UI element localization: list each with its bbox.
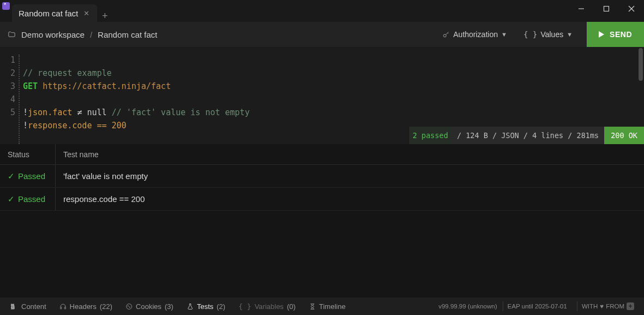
tab-tests[interactable]: Tests (2) [181, 300, 231, 313]
svg-point-4 [443, 34, 446, 37]
svg-rect-7 [60, 307, 61, 308]
response-status-line: 2 passed / 124 B / JSON / 4 lines / 281m… [409, 127, 644, 144]
close-icon[interactable]: ✕ [84, 9, 90, 17]
tests-passed-count: 2 passed [409, 127, 451, 144]
breadcrumb-sep: / [90, 30, 92, 39]
eap-label: EAP until 2025-07-01 [503, 301, 571, 311]
editor[interactable]: 1 2 3 4 5 // request example GET https:/… [0, 47, 644, 144]
svg-rect-1 [604, 7, 609, 11]
minimize-button[interactable] [569, 0, 594, 17]
hourglass-icon [309, 303, 316, 310]
tab-title: Random cat fact [19, 9, 78, 18]
tab-timeline[interactable]: Timeline [303, 300, 351, 313]
breadcrumb: Demo workspace / Random cat fact [8, 30, 431, 39]
check-icon: ✓ [8, 194, 15, 204]
heart-icon: ♥ [600, 303, 604, 310]
braces-icon: { } [523, 30, 537, 39]
bottom-bar: 0110 Content Headers (22) Cookies (3) Te… [0, 298, 644, 315]
binary-icon: 0110 [11, 303, 18, 310]
authorization-dropdown[interactable]: Authorization ▼ [437, 28, 513, 41]
code[interactable]: // request example GET https://catfact.n… [20, 47, 255, 152]
table-row[interactable]: ✓Passed 'fact' value is not empty [0, 165, 644, 188]
key-icon [442, 31, 450, 39]
http-method: GET [23, 81, 38, 91]
send-button[interactable]: SEND [587, 22, 644, 47]
headphones-icon [59, 303, 67, 310]
svg-point-10 [128, 305, 128, 306]
chevron-down-icon: ▼ [501, 31, 507, 38]
tab-cookies[interactable]: Cookies (3) [120, 300, 179, 313]
window-controls [569, 0, 644, 22]
with-love-label: WITH ♥ FROM + [577, 301, 639, 311]
maximize-button[interactable] [594, 0, 619, 17]
code-comment: // request example [23, 68, 112, 78]
breadcrumb-workspace[interactable]: Demo workspace [21, 30, 85, 39]
response-meta: / 124 B / JSON / 4 lines / 281ms [451, 127, 604, 144]
version-label: v99.99.99 (unknown) [438, 303, 497, 310]
cookie-icon [126, 303, 133, 310]
svg-rect-8 [64, 307, 65, 308]
chevron-down-icon: ▼ [567, 31, 573, 38]
new-tab-button[interactable]: + [97, 10, 112, 22]
tab-headers[interactable]: Headers (22) [54, 300, 118, 313]
table-row[interactable]: ✓Passed response.code == 200 [0, 188, 644, 211]
tab-variables[interactable]: { } Variables (0) [233, 300, 301, 313]
play-icon [599, 31, 604, 38]
tab-active[interactable]: Random cat fact ✕ [12, 4, 97, 22]
svg-point-11 [129, 307, 130, 307]
folder-icon [8, 31, 16, 39]
breadcrumb-item[interactable]: Random cat fact [98, 30, 157, 39]
test-results: Status Test name ✓Passed 'fact' value is… [0, 144, 644, 298]
app-badge-icon [2, 2, 10, 10]
tab-content[interactable]: 0110 Content [5, 300, 52, 313]
flask-icon [187, 303, 194, 310]
gutter: 1 2 3 4 5 [0, 47, 19, 152]
scrollbar-vertical[interactable] [639, 48, 643, 81]
close-window-button[interactable] [619, 0, 644, 17]
request-url: https://catfact.ninja/fact [43, 81, 171, 91]
values-dropdown[interactable]: { } Values ▼ [518, 28, 578, 41]
brand-icon: + [627, 302, 634, 310]
footer-meta: v99.99.99 (unknown) EAP until 2025-07-01… [438, 301, 639, 311]
svg-text:10: 10 [11, 306, 14, 310]
titlebar: Random cat fact ✕ + [0, 0, 644, 22]
tab-strip: Random cat fact ✕ + [10, 0, 569, 22]
check-icon: ✓ [8, 171, 15, 181]
svg-point-9 [126, 304, 132, 309]
braces-icon: { } [238, 302, 251, 311]
http-status-badge: 200 OK [604, 127, 644, 144]
toolbar: Demo workspace / Random cat fact Authori… [0, 22, 644, 47]
